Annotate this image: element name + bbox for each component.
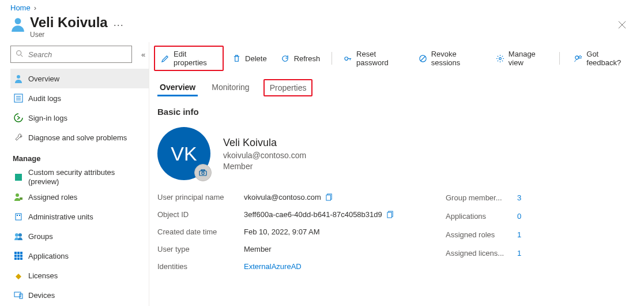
- detail-value: vkoivula@contoso.com: [244, 193, 321, 201]
- summary-label: Group member...: [446, 193, 515, 202]
- tabs: Overview Monitoring Properties: [149, 74, 644, 96]
- svg-rect-18: [20, 252, 22, 254]
- user-icon: [10, 17, 25, 32]
- svg-rect-22: [14, 258, 17, 260]
- button-label: Manage view: [509, 50, 548, 67]
- key-icon: [344, 54, 352, 63]
- search-icon: [16, 50, 24, 59]
- refresh-button[interactable]: Refresh: [275, 51, 326, 66]
- summary-value-link[interactable]: 1: [515, 230, 521, 239]
- detail-label: Created date time: [157, 227, 244, 236]
- sidebar-item-label: Groups: [28, 232, 53, 241]
- signin-icon: [14, 113, 23, 122]
- breadcrumb-home[interactable]: Home: [10, 3, 31, 12]
- sidebar-item-overview[interactable]: Overview: [10, 69, 149, 88]
- summary-column: Group member... 3 Applications 0 Assigne…: [446, 188, 636, 275]
- main-content: Edit properties Delete Refresh Reset pas…: [149, 42, 644, 306]
- svg-rect-38: [387, 212, 391, 217]
- svg-point-27: [345, 57, 348, 60]
- sidebar-item-label: Licenses: [28, 271, 58, 280]
- detail-value: Feb 10, 2022, 9:07 AM: [244, 227, 320, 236]
- sidebar-item-diagnose[interactable]: Diagnose and solve problems: [10, 128, 149, 147]
- avatar: VK: [157, 127, 210, 180]
- block-icon: [419, 54, 427, 63]
- collapse-sidebar-icon[interactable]: «: [138, 47, 149, 62]
- feedback-icon: [574, 54, 582, 63]
- button-label: Got feedback?: [586, 50, 630, 67]
- svg-point-15: [18, 233, 22, 237]
- summary-value-link[interactable]: 1: [515, 249, 521, 258]
- sidebar-item-licenses[interactable]: Licenses: [10, 266, 149, 285]
- sidebar-item-signin-logs[interactable]: Sign-in logs: [10, 108, 149, 128]
- devices-icon: [14, 290, 23, 300]
- sidebar-item-administrative-units[interactable]: Administrative units: [10, 207, 149, 226]
- summary-label: Applications: [446, 212, 515, 221]
- search-input[interactable]: [27, 50, 127, 59]
- summary-row-applications: Applications 0: [446, 207, 636, 225]
- svg-line-2: [21, 54, 23, 57]
- profile-name: Veli Koivula: [223, 137, 306, 149]
- sidebar-item-label: Overview: [28, 74, 59, 83]
- svg-line-29: [420, 56, 425, 61]
- detail-label: Identities: [157, 262, 244, 271]
- groups-icon: [14, 232, 23, 241]
- list-icon: [14, 94, 23, 103]
- delete-button[interactable]: Delete: [226, 51, 273, 66]
- detail-label: User type: [157, 245, 244, 253]
- sidebar-item-label: Devices: [28, 291, 55, 300]
- copy-icon[interactable]: [326, 193, 334, 201]
- user-icon: [14, 74, 23, 83]
- sidebar-item-custom-security-attributes[interactable]: Custom security attributes (preview): [10, 167, 149, 187]
- toolbar: Edit properties Delete Refresh Reset pas…: [149, 46, 644, 74]
- tab-monitoring[interactable]: Monitoring: [209, 79, 251, 96]
- copy-icon[interactable]: [387, 210, 395, 218]
- pencil-icon: [161, 54, 170, 63]
- summary-value-link[interactable]: 3: [515, 193, 521, 202]
- detail-value: Member: [244, 245, 272, 253]
- sidebar-item-label: Diagnose and solve problems: [28, 133, 127, 142]
- detail-row-identities: Identities ExternalAzureAD: [157, 258, 446, 275]
- svg-rect-21: [20, 255, 22, 257]
- detail-row-upn: User principal name vkoivula@contoso.com: [157, 188, 446, 206]
- svg-point-31: [575, 55, 579, 59]
- sidebar-item-applications[interactable]: Applications: [10, 246, 149, 266]
- manage-view-button[interactable]: Manage view: [490, 47, 554, 70]
- svg-rect-24: [20, 258, 22, 260]
- svg-rect-12: [17, 215, 18, 216]
- sidebar-item-label: Administrative units: [28, 212, 93, 221]
- wrench-icon: [14, 133, 23, 142]
- svg-rect-36: [326, 195, 330, 200]
- sidebar-item-assigned-roles[interactable]: Assigned roles: [10, 187, 149, 207]
- button-label: Refresh: [294, 54, 321, 63]
- close-icon[interactable]: [614, 17, 630, 33]
- profile-email: vkoivula@contoso.com: [223, 151, 306, 160]
- more-icon[interactable]: ···: [108, 14, 130, 31]
- svg-rect-13: [19, 215, 20, 216]
- apps-icon: [14, 251, 23, 260]
- sidebar-item-devices[interactable]: Devices: [10, 285, 149, 305]
- detail-row-created: Created date time Feb 10, 2022, 9:07 AM: [157, 223, 446, 240]
- detail-label: User principal name: [157, 193, 244, 201]
- identities-link[interactable]: ExternalAzureAD: [244, 262, 302, 271]
- tab-properties[interactable]: Properties: [263, 79, 313, 96]
- reset-password-button[interactable]: Reset password: [338, 47, 410, 70]
- camera-icon[interactable]: [194, 164, 212, 181]
- svg-rect-17: [17, 252, 20, 254]
- got-feedback-button[interactable]: Got feedback?: [568, 47, 636, 70]
- summary-row-group-memberships: Group member... 3: [446, 188, 636, 207]
- sidebar-item-label: Sign-in logs: [28, 114, 67, 122]
- page-header: Veli Koivula User ···: [0, 14, 644, 42]
- svg-point-14: [15, 233, 18, 237]
- sidebar-item-label: Custom security attributes (preview): [28, 168, 144, 186]
- edit-properties-button[interactable]: Edit properties: [154, 46, 224, 71]
- details-column: User principal name vkoivula@contoso.com…: [157, 188, 446, 275]
- summary-value-link[interactable]: 0: [515, 212, 521, 221]
- revoke-sessions-button[interactable]: Revoke sessions: [413, 47, 488, 70]
- sidebar-item-groups[interactable]: Groups: [10, 226, 149, 246]
- tab-overview[interactable]: Overview: [157, 79, 198, 96]
- gear-icon: [496, 54, 504, 63]
- toolbar-separator: [332, 52, 332, 65]
- profile-member-type: Member: [223, 162, 306, 171]
- search-box[interactable]: [10, 46, 132, 63]
- sidebar-item-audit-logs[interactable]: Audit logs: [10, 88, 149, 108]
